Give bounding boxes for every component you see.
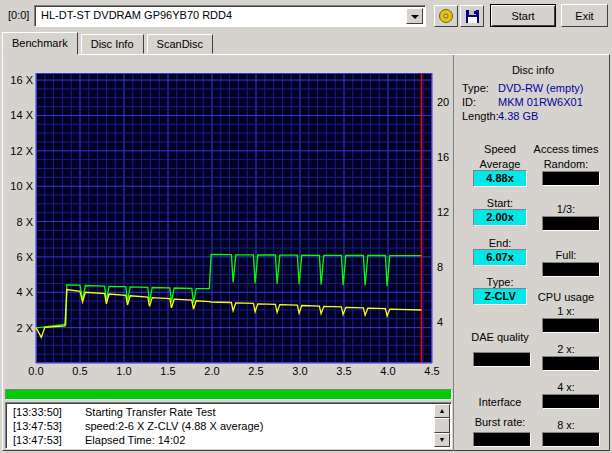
- tab-disc-info[interactable]: Disc Info: [81, 34, 144, 54]
- tab-page: 16 X14 X12 X10 X8 X6 X4 X2 X0.00.51.01.5…: [2, 54, 610, 451]
- cpu-1x-value-box: [542, 318, 600, 333]
- x-axis-tick-label: 0.5: [72, 365, 87, 377]
- cpu-8x-label: 8 x:: [520, 419, 612, 431]
- tab-scandisc[interactable]: ScanDisc: [147, 34, 213, 54]
- speed-type-value: Z-CLV: [473, 288, 527, 305]
- access-times-title: Access times: [520, 143, 612, 155]
- log-timestamp: [13:47:53]: [9, 419, 85, 433]
- burst-rate-value-box: [473, 432, 531, 447]
- disc-length-value: 4.38 GB: [498, 110, 538, 122]
- access-one-third-value-box: [542, 216, 600, 231]
- log-line: [13:33:50]Starting Transfer Rate Test: [9, 405, 433, 419]
- scroll-down-icon: ▼: [439, 436, 446, 443]
- y-axis-tick-label: 10 X: [10, 180, 33, 192]
- cpu-usage-title: CPU usage: [520, 291, 612, 303]
- y-axis-tick-label: 4 X: [16, 286, 33, 298]
- disc-type-label: Type:: [462, 82, 489, 94]
- x-axis-tick-label: 2.0: [204, 365, 219, 377]
- y-axis-tick-label: 6 X: [16, 251, 33, 263]
- log-message: Starting Transfer Rate Test: [85, 406, 216, 418]
- disc-id-value: MKM 01RW6X01: [498, 96, 583, 108]
- x-axis-tick-label: 4.5: [424, 365, 439, 377]
- save-button[interactable]: [460, 5, 484, 27]
- drive-select-value: HL-DT-ST DVDRAM GP96YB70 RDD4: [41, 9, 232, 21]
- cpu-4x-label: 4 x:: [520, 381, 612, 393]
- cpu-4x-value-box: [542, 394, 600, 409]
- scroll-up-icon: ▲: [439, 407, 446, 414]
- log-message: Elapsed Time: 14:02: [85, 434, 185, 446]
- log-message: speed:2-6 X Z-CLV (4.88 X average): [85, 420, 263, 432]
- access-full-value-box: [542, 262, 600, 277]
- right-axis-tick-label: 16: [437, 151, 449, 163]
- x-axis-tick-label: 2.5: [248, 365, 263, 377]
- right-axis-tick-label: 20: [437, 96, 449, 108]
- speed-start-value: 2.00x: [473, 209, 527, 226]
- disc-type-value: DVD-RW (empty): [498, 82, 583, 94]
- dae-quality-title: DAE quality: [454, 331, 546, 343]
- disc-info-title: Disc info: [454, 64, 612, 76]
- y-axis-tick-label: 14 X: [10, 109, 33, 121]
- speed-end-value: 6.07x: [473, 249, 527, 266]
- x-axis-tick-label: 4.0: [380, 365, 395, 377]
- log-lines: [13:33:50]Starting Transfer Rate Test [1…: [9, 405, 433, 446]
- cpu-1x-label: 1 x:: [520, 305, 612, 317]
- access-full-label: Full:: [520, 249, 612, 261]
- access-random-value-box: [542, 171, 600, 186]
- right-axis-tick-label: 4: [437, 316, 443, 328]
- chevron-down-icon: [411, 15, 419, 19]
- scroll-up-button[interactable]: ▲: [434, 404, 450, 418]
- cpu-2x-label: 2 x:: [520, 343, 612, 355]
- eject-button[interactable]: [434, 5, 458, 27]
- exit-button[interactable]: Exit: [561, 4, 608, 27]
- plot-background: [36, 73, 432, 363]
- y-axis-tick-label: 12 X: [10, 145, 33, 157]
- access-random-label: Random:: [520, 158, 612, 170]
- drive-select[interactable]: HL-DT-ST DVDRAM GP96YB70 RDD4: [34, 5, 426, 27]
- drive-index-label: [0:0]: [8, 9, 29, 21]
- x-axis-tick-label: 0.0: [28, 365, 43, 377]
- app-window: [0:0] HL-DT-ST DVDRAM GP96YB70 RDD4 Star…: [0, 0, 612, 453]
- log-scrollbar[interactable]: ▲ ▼: [434, 404, 450, 447]
- log-line: [13:47:53]speed:2-6 X Z-CLV (4.88 X aver…: [9, 419, 433, 433]
- tab-benchmark[interactable]: Benchmark: [2, 32, 78, 55]
- disc-id-label: ID:: [462, 96, 476, 108]
- right-axis-tick-label: 8: [437, 261, 443, 273]
- x-axis-tick-label: 1.5: [160, 365, 175, 377]
- drive-select-dropdown-button[interactable]: [406, 8, 423, 24]
- start-button[interactable]: Start: [490, 4, 556, 27]
- scroll-down-button[interactable]: ▼: [434, 433, 450, 447]
- speed-type-label: Type:: [454, 276, 546, 288]
- speed-average-value: 4.88x: [473, 170, 527, 187]
- right-axis-tick-label: 12: [437, 206, 449, 218]
- progress-bar: [5, 389, 452, 400]
- tab-bar: Benchmark Disc Info ScanDisc: [2, 32, 213, 55]
- x-axis-tick-label: 1.0: [116, 365, 131, 377]
- y-axis-tick-label: 8 X: [16, 216, 33, 228]
- log-panel: [13:33:50]Starting Transfer Rate Test [1…: [5, 402, 452, 449]
- info-panel: Disc info Type: DVD-RW (empty) ID: MKM 0…: [453, 55, 611, 451]
- y-axis-tick-label: 16 X: [10, 74, 33, 86]
- log-line: [13:47:53]Elapsed Time: 14:02: [9, 433, 433, 446]
- benchmark-chart: 16 X14 X12 X10 X8 X6 X4 X2 X0.00.51.01.5…: [3, 68, 453, 380]
- speed-end-label: End:: [454, 237, 546, 249]
- interface-title: Interface: [454, 396, 546, 408]
- cpu-8x-value-box: [542, 432, 600, 447]
- scrollbar-thumb[interactable]: [434, 418, 450, 433]
- log-timestamp: [13:33:50]: [9, 405, 85, 419]
- y-axis-tick-label: 2 X: [16, 322, 33, 334]
- disc-length-label: Length:: [462, 110, 499, 122]
- cpu-2x-value-box: [542, 356, 600, 371]
- disc-eject-icon: [438, 8, 454, 24]
- access-one-third-label: 1/3:: [520, 203, 612, 215]
- x-axis-tick-label: 3.0: [292, 365, 307, 377]
- x-axis-tick-label: 3.5: [336, 365, 351, 377]
- log-timestamp: [13:47:53]: [9, 433, 85, 446]
- save-icon: [465, 9, 480, 24]
